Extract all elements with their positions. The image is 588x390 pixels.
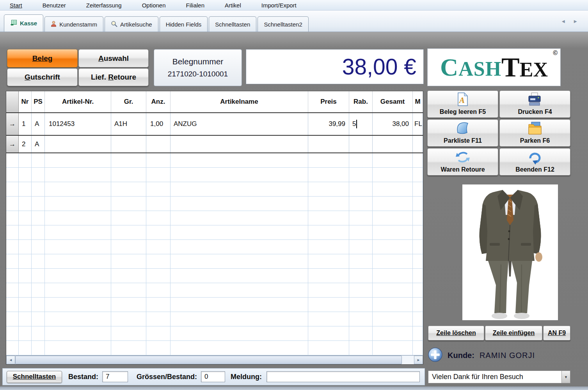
menu-start[interactable]: Start — [10, 2, 22, 9]
copyright-icon: © — [553, 50, 558, 57]
beleg-number-box: Belegnummer 2171020-1010001 — [154, 49, 242, 86]
table-row[interactable] — [6, 283, 423, 298]
beleg-leeren-button[interactable]: A Beleg leeren F5 — [427, 90, 498, 118]
groessen-bestand-label: Grössen/Bestand: — [137, 373, 197, 381]
tab-artikelsuche-label: Artikelsuche — [120, 21, 152, 28]
col-gr: Gr. — [111, 91, 146, 112]
scrollbar-track[interactable] — [15, 356, 414, 364]
scroll-right-icon[interactable]: ► — [414, 356, 423, 364]
cashtex-window: Start Benutzer Zeiterfassung Optionen Fi… — [0, 0, 588, 390]
tab-hidden-fields-label: Hidden Fields — [166, 21, 202, 28]
bestand-label: Bestand: — [68, 373, 98, 381]
horizontal-scrollbar[interactable]: ◄ ► — [6, 355, 423, 364]
beleg-button[interactable]: Beleg — [7, 49, 78, 67]
meldung-field[interactable] — [266, 371, 420, 382]
table-row[interactable] — [6, 197, 423, 211]
table-row[interactable] — [6, 225, 423, 240]
table-row[interactable] — [6, 182, 423, 197]
col-preis: Preis — [308, 91, 349, 112]
statusbar: Schnelltasten Bestand: 7 Grössen/Bestand… — [2, 368, 425, 385]
beleg-number-label: Belegnummer — [172, 57, 224, 66]
table-row[interactable] — [6, 153, 423, 168]
schnelltasten-button[interactable]: Schnelltasten — [7, 371, 62, 383]
document-letter-icon: A — [455, 92, 471, 108]
menu-artikel[interactable]: Artikel — [225, 2, 241, 9]
lief-retoure-button[interactable]: Lief. Retoure — [78, 68, 149, 86]
col-nr: Nr — [19, 91, 32, 112]
table-row[interactable] — [6, 326, 423, 341]
table-row[interactable]: → 2 A — [6, 136, 423, 154]
beenden-button[interactable]: Beenden F12 — [499, 148, 570, 176]
zeile-einfuegen-button[interactable]: Zeile einfügen — [485, 326, 542, 340]
search-icon — [111, 21, 117, 28]
col-anz: Anz. — [146, 91, 171, 112]
col-artikel-nr: Artikel-Nr. — [45, 91, 111, 112]
zeile-loeschen-button[interactable]: Zeile löschen — [428, 326, 484, 340]
row-pointer-icon: → — [6, 136, 19, 153]
farewell-dropdown[interactable]: Vielen Dank für Ihren Besuch ▼ — [428, 370, 570, 383]
table-row[interactable]: → 1 A 1012453 A1H 1,00 ANZUG 39,99 5 38,… — [6, 113, 423, 135]
beleg-number-value: 2171020-1010001 — [168, 70, 228, 78]
main-area: Beleg Auswahl Gutschrift Lief. Retoure B… — [0, 32, 588, 390]
menu-benutzer[interactable]: Benutzer — [43, 2, 66, 9]
kasse-icon — [10, 20, 17, 27]
menu-zeiterfassung[interactable]: Zeiterfassung — [86, 2, 122, 9]
menubar: Start Benutzer Zeiterfassung Optionen Fi… — [0, 0, 588, 11]
row-pointer-icon: → — [6, 113, 19, 135]
table-row[interactable] — [6, 269, 423, 283]
table-row[interactable] — [6, 240, 423, 254]
auswahl-button[interactable]: Auswahl — [78, 49, 149, 67]
drucken-button[interactable]: Drucken F4 — [499, 90, 570, 118]
col-m: M — [413, 91, 423, 112]
parkliste-button[interactable]: Parkliste F11 — [427, 119, 498, 147]
waren-retoure-button[interactable]: Waren Retoure — [427, 148, 498, 176]
menu-optionen[interactable]: Optionen — [142, 2, 166, 9]
tab-kasse[interactable]: Kasse — [4, 14, 43, 32]
col-artikelname: Artikelname — [171, 91, 308, 112]
customer-row: Kunde: RAMIN GORJI — [428, 346, 571, 364]
menu-filialen[interactable]: Filialen — [186, 2, 205, 9]
col-rab: Rab. — [349, 91, 373, 112]
scroll-left-icon[interactable]: ◄ — [6, 356, 15, 364]
table-row[interactable] — [6, 312, 423, 326]
row-selector-header — [6, 91, 19, 112]
park-folder-icon-button[interactable]: Parken F6 — [499, 119, 570, 147]
table-header-row: Nr PS Artikel-Nr. Gr. Anz. Artikelname P… — [6, 91, 423, 113]
table-row[interactable] — [6, 341, 423, 355]
svg-text:A: A — [458, 96, 465, 105]
return-arrows-icon — [455, 150, 471, 166]
col-ps: PS — [32, 91, 45, 112]
tab-schnelltasten[interactable]: Schnelltasten — [209, 16, 256, 32]
tab-schnelltasten2[interactable]: Schnelltasten2 — [258, 16, 308, 32]
table-row[interactable] — [6, 211, 423, 225]
park-list-icon — [455, 121, 471, 137]
product-image-suit — [462, 184, 558, 320]
total-display: 38,00 € — [246, 49, 424, 84]
meldung-label: Meldung: — [231, 373, 262, 381]
tab-scroll-right-icon[interactable]: ► — [573, 18, 578, 24]
table-row[interactable] — [6, 298, 423, 312]
farewell-text: Vielen Dank für Ihren Besuch — [428, 373, 561, 381]
rab-edit-cell[interactable]: 5 — [349, 113, 373, 135]
customer-label: Kunde: — [448, 351, 474, 360]
tab-kundenstamm[interactable]: Kundenstamm — [44, 16, 103, 32]
exit-arrow-icon — [527, 150, 543, 166]
groessen-bestand-field[interactable]: 0 — [201, 371, 225, 382]
tab-artikelsuche[interactable]: Artikelsuche — [105, 16, 158, 32]
dropdown-arrow-icon[interactable]: ▼ — [561, 371, 570, 383]
an-f9-button[interactable]: AN F9 — [543, 326, 570, 340]
col-gesamt: Gesamt — [373, 91, 413, 112]
menu-import-export[interactable]: Import/Export — [261, 2, 297, 9]
tab-schnelltasten-label: Schnelltasten — [215, 21, 250, 28]
tab-scroll-left-icon[interactable]: ◄ — [561, 18, 566, 24]
tab-hidden-fields[interactable]: Hidden Fields — [160, 16, 208, 32]
bestand-field[interactable]: 7 — [102, 371, 128, 382]
table-row[interactable] — [6, 168, 423, 182]
person-icon — [51, 21, 57, 28]
gutschrift-button[interactable]: Gutschrift — [7, 68, 78, 86]
cashtex-logo: © CASH TEX — [427, 48, 561, 86]
items-table: Nr PS Artikel-Nr. Gr. Anz. Artikelname P… — [6, 91, 423, 365]
table-row[interactable] — [6, 254, 423, 269]
add-customer-icon[interactable] — [428, 347, 442, 363]
scrollbar-thumb[interactable] — [15, 356, 402, 364]
